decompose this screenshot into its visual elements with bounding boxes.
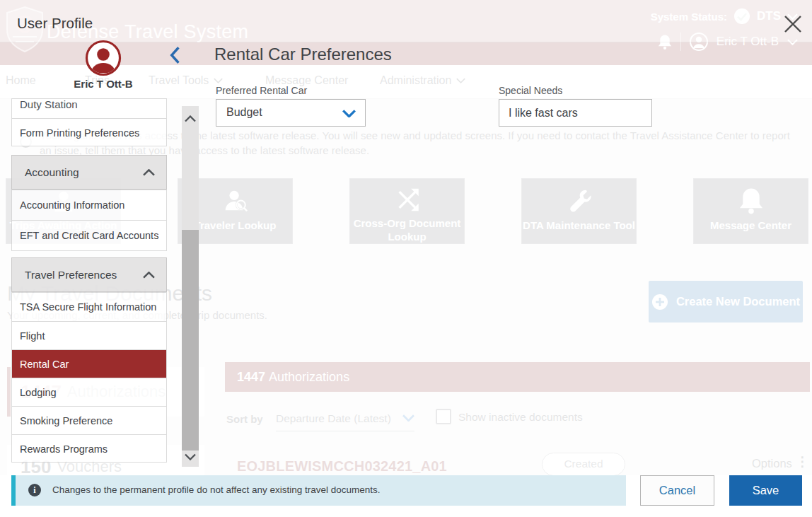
sidebar-card-accounting: Accounting Information EFT and Credit Ca… [11,190,167,251]
sidebar-scrollbar[interactable] [182,106,199,467]
user-profile-modal: User Profile Eric T Ott-B Rental Car Pre… [0,0,812,517]
sidebar-item-smoking-preference[interactable]: Smoking Preference [12,406,166,434]
cancel-button[interactable]: Cancel [640,475,714,506]
info-icon: i [28,484,41,496]
chevron-up-icon [143,169,155,176]
sidebar-item-eft-credit-card-accounts[interactable]: EFT and Credit Card Accounts [12,220,166,250]
profile-user-name: Eric T Ott-B [61,78,146,90]
chevron-up-icon [143,272,155,279]
profile-avatar [85,40,122,76]
modal-footer: i Changes to the permanent profile do no… [0,475,812,517]
save-button[interactable]: Save [729,475,802,506]
sidebar-item-flight[interactable]: Flight [12,321,166,349]
sidebar-item-lodging[interactable]: Lodging [12,378,166,406]
sidebar-item-rewards-programs[interactable]: Rewards Programs [12,434,166,463]
sidebar-item-duty-station[interactable]: Duty Station [12,99,166,118]
scrollbar-thumb[interactable] [182,230,199,451]
screen: Defense Travel System System Status: DTS [0,0,812,517]
info-strip: i Changes to the permanent profile do no… [11,475,626,506]
preferred-rental-car-label: Preferred Rental Car [216,85,307,96]
sidebar-card-travel-preferences: TSA Secure Flight Information Flight Ren… [11,292,167,463]
back-chevron-icon[interactable] [167,45,182,65]
preferred-rental-car-select[interactable]: Budget [216,99,366,127]
modal-header-bar [0,0,812,42]
sidebar-item-rental-car-selected[interactable]: Rental Car [12,349,166,378]
sidebar-item-tsa-secure-flight-information[interactable]: TSA Secure Flight Information [12,293,166,321]
page-title: Rental Car Preferences [214,45,392,64]
modal-title: User Profile [17,15,93,32]
scroll-down-icon[interactable] [185,453,196,460]
special-needs-label: Special Needs [499,85,562,96]
special-needs-input[interactable] [499,99,652,127]
sidebar-item-accounting-information[interactable]: Accounting Information [12,190,166,220]
sidebar-item-form-printing-preferences[interactable]: Form Printing Preferences [12,118,166,146]
sidebar-section-travel-preferences[interactable]: Travel Preferences [11,257,167,292]
chevron-down-icon [342,110,356,117]
close-icon[interactable] [781,12,805,36]
scroll-up-icon[interactable] [185,115,196,122]
sidebar-section-accounting[interactable]: Accounting [11,155,167,190]
info-message: Changes to the permanent profile do not … [52,484,381,495]
sidebar-card-top: Duty Station Form Printing Preferences [11,98,167,146]
